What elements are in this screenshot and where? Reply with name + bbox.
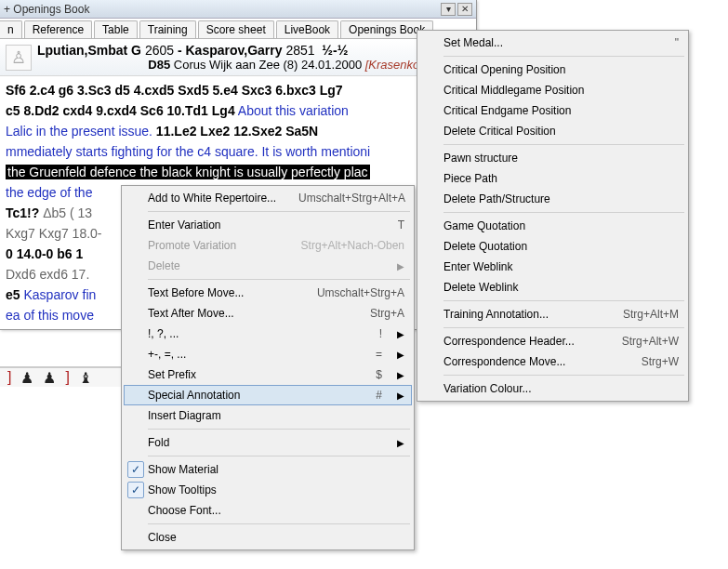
menu-item-label: Special Annotation [148,389,353,402]
menu-item[interactable]: Enter Weblink [419,257,686,277]
comment: ea of this move [6,308,94,323]
menu-item[interactable]: Variation Colour... [419,378,686,399]
pawn-icon: ♟ [43,369,56,387]
menu-item-label: !, ?, ... [148,327,357,340]
submenu-arrow-icon: ▶ [397,261,404,271]
menu-item[interactable]: Special Annotation#▶ [124,385,412,405]
menu-item[interactable]: +-, =, ...=▶ [124,344,412,364]
pawn-icon: ♟ [20,369,33,387]
game-header: ♙ Lputian,Smbat G 2605 - Kasparov,Garry … [0,39,476,76]
menu-item[interactable]: Critical Endgame Position [419,100,686,121]
menu-separator [148,211,410,212]
variation: Kxg7 Kxg7 18.0- [6,226,102,241]
menu-item[interactable]: Critical Middlegame Position [419,80,686,100]
moves: e5 [6,287,20,302]
menu-separator [443,144,684,145]
menu-item[interactable]: Correspondence Move...Strg+W [419,351,686,372]
menu-item[interactable]: Choose Font... [124,500,412,521]
menu-item[interactable]: Piece Path [419,168,686,189]
menu-item-label: Training Annotation... [443,308,601,321]
menu-item-shortcut: Strg+A [370,307,404,320]
check-icon: ✓ [127,482,144,498]
menu-item[interactable]: ✓Show Material [124,459,412,480]
menu-item[interactable]: Delete Weblink [419,277,686,298]
tab[interactable]: Score sheet [198,20,274,38]
dropdown-icon[interactable]: ▾ [441,3,456,16]
menu-separator [148,523,410,524]
menu-separator [443,56,684,57]
menu-item[interactable]: Set Prefix$▶ [124,364,412,385]
menu-item-label: Add to White Repertoire... [148,192,276,205]
menu-item-label: Promote Variation [148,239,279,252]
comment: Kasparov fin [20,287,97,302]
menu-item-label: Enter Variation [148,218,376,232]
menu-item-label: Fold [148,436,382,449]
menu-item[interactable]: Fold▶ [124,432,412,453]
menu-item-label: Critical Endgame Position [443,104,679,117]
menu-item-label: Correspondence Header... [443,335,600,348]
menu-item[interactable]: Text Before Move...Umschalt+Strg+A [124,283,412,303]
tab-bar: n Reference Table Training Score sheet L… [0,19,476,39]
menu-item-label: Delete Critical Position [443,125,679,138]
menu-separator [148,279,410,280]
submenu-arrow-icon: ▶ [397,350,404,360]
menu-item-label: Correspondence Move... [443,355,619,368]
variation: Dxd6 exd6 17. [6,267,89,282]
menu-item[interactable]: Insert Diagram [124,405,412,426]
menu-item[interactable]: !, ?, ...!▶ [124,324,412,344]
menu-item-shortcut: T [398,218,404,232]
menu-item[interactable]: Set Medal..." [419,33,686,53]
menu-item[interactable]: Correspondence Header...Strg+Alt+W [419,331,686,351]
menu-item: Delete▶ [124,256,412,276]
menu-item[interactable]: Add to White Repertoire...Umschalt+Strg+… [124,188,412,208]
tab[interactable]: Table [94,20,138,38]
window-title: + Openings Book [4,3,89,16]
menu-item-label: Text After Move... [148,307,348,320]
player1-name: Lputian,Smbat G [37,43,141,58]
menu-separator [148,429,410,430]
menu-item-shortcut: " [675,36,679,49]
menu-item-label: Set Medal... [443,36,653,49]
menu-separator [443,375,684,376]
tab[interactable]: LiveBook [276,20,338,38]
player2-elo: 2851 [285,43,314,58]
menu-item-label: Pawn structure [443,152,679,165]
menu-item[interactable]: Delete Path/Structure [419,189,686,209]
menu-item-shortcut: Strg+Alt+W [622,335,679,348]
variation: Δb5 ( 13 [43,205,92,220]
menu-separator [443,212,684,213]
menu-item[interactable]: Delete Critical Position [419,121,686,141]
menu-item[interactable]: ✓Show Tooltips [124,480,412,500]
menu-item-label: Delete Quotation [443,240,679,253]
menu-item[interactable]: Pawn structure [419,148,686,168]
menu-item[interactable]: Text After Move...Strg+A [124,303,412,324]
menu-separator [148,456,410,457]
comment: mmediately starts fighting for the c4 sq… [6,144,370,159]
menu-item: Promote VariationStrg+Alt+Nach-Oben [124,235,412,256]
tab[interactable]: n [0,20,22,38]
dash: - [178,43,186,58]
menu-item[interactable]: Game Quotation [419,216,686,236]
menu-item-shortcut: $ [376,368,382,381]
menu-item-label: Delete Path/Structure [443,192,679,205]
menu-item-label: Enter Weblink [443,260,679,273]
result: ½-½ [322,43,348,58]
menu-item[interactable]: Training Annotation...Strg+Alt+M [419,304,686,324]
tab[interactable]: Reference [24,20,92,38]
tab[interactable]: Training [139,20,196,38]
menu-item[interactable]: Delete Quotation [419,236,686,257]
menu-item-label: Insert Diagram [148,409,404,422]
context-menu[interactable]: Add to White Repertoire...Umschalt+Strg+… [121,185,415,550]
menu-item[interactable]: Enter VariationT [124,215,412,235]
menu-item-shortcut: Umschalt+Strg+Alt+A [298,192,405,205]
special-annotation-submenu[interactable]: Set Medal..."Critical Opening PositionCr… [417,30,689,402]
menu-item-label: Critical Opening Position [443,63,679,76]
submenu-arrow-icon: ▶ [397,390,404,401]
menu-item[interactable]: Critical Opening Position [419,60,686,80]
comment: Lalic in the present issue. [6,124,152,139]
menu-item[interactable]: Close [124,527,412,548]
menu-item-shortcut: Umschalt+Strg+A [317,286,404,299]
menu-item-label: Delete Weblink [443,281,679,294]
player2-name: Kasparov,Garry [186,43,283,58]
close-icon[interactable]: ✕ [457,3,472,16]
